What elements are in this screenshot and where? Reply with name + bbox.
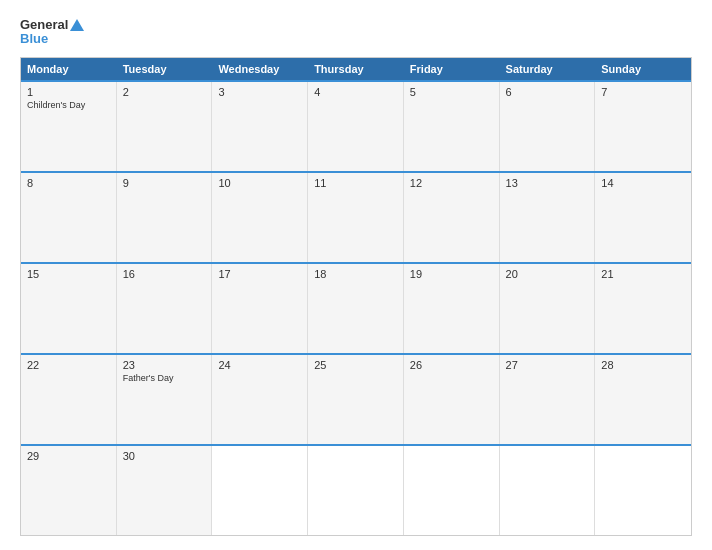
- day-number: 24: [218, 359, 301, 371]
- day-number: 15: [27, 268, 110, 280]
- calendar-week-2: 891011121314: [21, 171, 691, 262]
- day-number: 22: [27, 359, 110, 371]
- calendar-cell: 23Father's Day: [117, 355, 213, 444]
- calendar-body: 1Children's Day2345678910111213141516171…: [21, 80, 691, 535]
- calendar-cell: 16: [117, 264, 213, 353]
- logo-blue-text: Blue: [20, 32, 84, 46]
- calendar-cell: 9: [117, 173, 213, 262]
- day-number: 29: [27, 450, 110, 462]
- calendar-cell: [212, 446, 308, 535]
- calendar-week-3: 15161718192021: [21, 262, 691, 353]
- logo: General Blue: [20, 18, 84, 47]
- day-number: 18: [314, 268, 397, 280]
- calendar-cell: 14: [595, 173, 691, 262]
- header-day-friday: Friday: [404, 58, 500, 80]
- day-number: 9: [123, 177, 206, 189]
- header-day-saturday: Saturday: [500, 58, 596, 80]
- day-number: 11: [314, 177, 397, 189]
- holiday-label: Father's Day: [123, 373, 206, 385]
- day-number: 12: [410, 177, 493, 189]
- day-number: 6: [506, 86, 589, 98]
- calendar-cell: [595, 446, 691, 535]
- calendar-cell: 29: [21, 446, 117, 535]
- logo-triangle-icon: [70, 19, 84, 31]
- calendar-cell: 5: [404, 82, 500, 171]
- day-number: 26: [410, 359, 493, 371]
- calendar-cell: 19: [404, 264, 500, 353]
- day-number: 16: [123, 268, 206, 280]
- day-number: 19: [410, 268, 493, 280]
- day-number: 21: [601, 268, 685, 280]
- calendar-cell: [500, 446, 596, 535]
- calendar-cell: 4: [308, 82, 404, 171]
- day-number: 7: [601, 86, 685, 98]
- header-day-sunday: Sunday: [595, 58, 691, 80]
- header-day-thursday: Thursday: [308, 58, 404, 80]
- calendar-cell: 1Children's Day: [21, 82, 117, 171]
- calendar-cell: 27: [500, 355, 596, 444]
- calendar-cell: 6: [500, 82, 596, 171]
- calendar-week-5: 2930: [21, 444, 691, 535]
- day-number: 23: [123, 359, 206, 371]
- day-number: 8: [27, 177, 110, 189]
- calendar-cell: 12: [404, 173, 500, 262]
- calendar-cell: 30: [117, 446, 213, 535]
- calendar-cell: 15: [21, 264, 117, 353]
- calendar-page: General Blue MondayTuesdayWednesdayThurs…: [0, 0, 712, 550]
- day-number: 13: [506, 177, 589, 189]
- day-number: 30: [123, 450, 206, 462]
- calendar-cell: 25: [308, 355, 404, 444]
- day-number: 17: [218, 268, 301, 280]
- day-number: 1: [27, 86, 110, 98]
- calendar-cell: [308, 446, 404, 535]
- calendar-cell: 18: [308, 264, 404, 353]
- day-number: 14: [601, 177, 685, 189]
- calendar-header: MondayTuesdayWednesdayThursdayFridaySatu…: [21, 58, 691, 80]
- calendar-week-4: 2223Father's Day2425262728: [21, 353, 691, 444]
- day-number: 4: [314, 86, 397, 98]
- calendar-cell: 24: [212, 355, 308, 444]
- calendar-cell: 28: [595, 355, 691, 444]
- header-day-tuesday: Tuesday: [117, 58, 213, 80]
- calendar-cell: 11: [308, 173, 404, 262]
- day-number: 2: [123, 86, 206, 98]
- day-number: 10: [218, 177, 301, 189]
- day-number: 25: [314, 359, 397, 371]
- calendar-cell: 3: [212, 82, 308, 171]
- calendar-cell: 26: [404, 355, 500, 444]
- calendar-cell: [404, 446, 500, 535]
- calendar-cell: 10: [212, 173, 308, 262]
- day-number: 27: [506, 359, 589, 371]
- logo-general-text: General: [20, 18, 68, 32]
- day-number: 5: [410, 86, 493, 98]
- calendar-cell: 8: [21, 173, 117, 262]
- calendar-cell: 17: [212, 264, 308, 353]
- calendar-cell: 20: [500, 264, 596, 353]
- calendar-cell: 2: [117, 82, 213, 171]
- calendar-week-1: 1Children's Day234567: [21, 80, 691, 171]
- calendar-cell: 21: [595, 264, 691, 353]
- page-header: General Blue: [20, 18, 692, 47]
- holiday-label: Children's Day: [27, 100, 110, 112]
- calendar-cell: 7: [595, 82, 691, 171]
- day-number: 3: [218, 86, 301, 98]
- calendar-cell: 13: [500, 173, 596, 262]
- calendar-cell: 22: [21, 355, 117, 444]
- day-number: 28: [601, 359, 685, 371]
- header-day-monday: Monday: [21, 58, 117, 80]
- header-day-wednesday: Wednesday: [212, 58, 308, 80]
- day-number: 20: [506, 268, 589, 280]
- calendar: MondayTuesdayWednesdayThursdayFridaySatu…: [20, 57, 692, 536]
